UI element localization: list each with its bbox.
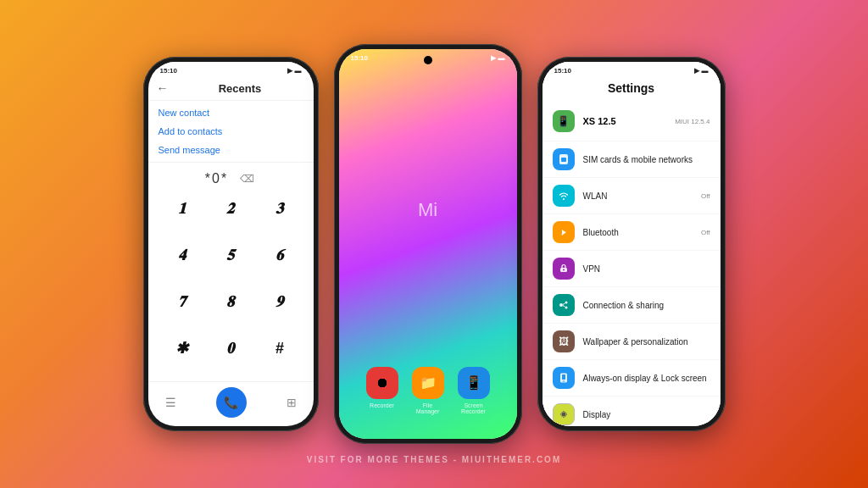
display-title: Display <box>583 409 710 420</box>
phone-settings: 15:10 ▶ ▬ Settings 📱 XS 12.5 M <box>537 57 726 431</box>
key-0[interactable]: 𝟎 <box>207 333 254 363</box>
key-5[interactable]: 𝟓 <box>207 240 254 270</box>
settings-header: Settings <box>542 76 721 102</box>
aod-icon <box>553 367 575 389</box>
grid-icon[interactable]: ⊞ <box>287 396 297 409</box>
svg-rect-1 <box>561 158 566 162</box>
add-to-contacts-link[interactable]: Add to contacts <box>159 126 303 136</box>
status-icons-phone2: ▶ ▬ <box>491 54 505 62</box>
back-button[interactable]: ← <box>157 81 169 95</box>
dial-display: *0* ⌫ <box>148 163 314 190</box>
dialpad: 𝟏 𝟐 𝟑 𝟒 𝟓 𝟔 𝟕 𝟖 𝟗 ✱ 𝟎 # <box>148 190 314 381</box>
settings-item-wlan[interactable]: WLAN Off <box>542 178 721 214</box>
device-name: XS 12.5 <box>583 116 616 126</box>
svg-point-20 <box>565 412 565 413</box>
recents-title: Recents <box>175 82 305 95</box>
backspace-icon[interactable]: ⌫ <box>240 173 256 185</box>
display-text: Display <box>583 409 710 420</box>
svg-point-4 <box>559 303 563 307</box>
settings-screen: 15:10 ▶ ▬ Settings 📱 XS 12.5 M <box>542 62 721 426</box>
settings-item-bluetooth[interactable]: Bluetooth Off <box>542 214 721 251</box>
settings-item-vpn[interactable]: VPN <box>542 251 721 287</box>
call-button[interactable]: 📞 <box>216 387 247 418</box>
wallpaper-text: Wallpaper & personalization <box>583 336 710 347</box>
status-icons-phone3: ▶ ▬ <box>694 67 709 75</box>
bluetooth-title: Bluetooth <box>583 227 693 238</box>
key-6[interactable]: 𝟔 <box>256 240 303 270</box>
status-time-phone1: 15:10 <box>160 67 177 75</box>
svg-point-15 <box>559 413 560 414</box>
device-icon: 📱 <box>553 110 575 132</box>
settings-item-sim[interactable]: SIM cards & mobile networks <box>542 141 721 178</box>
device-info: XS 12.5 MIUI 12.5.4 <box>583 116 710 126</box>
key-7[interactable]: 𝟕 <box>159 286 206 317</box>
wlan-text: WLAN <box>583 191 693 202</box>
key-1[interactable]: 𝟏 <box>159 193 206 224</box>
settings-item-connection[interactable]: Connection & sharing <box>542 287 721 324</box>
wallpaper-icon: 🖼 <box>553 330 575 352</box>
key-hash[interactable]: # <box>256 333 303 363</box>
status-bar-phone3: 15:10 ▶ ▬ <box>542 62 721 76</box>
home-content: Mi <box>339 49 517 439</box>
menu-icon[interactable]: ☰ <box>165 396 176 409</box>
play-icon2: ▶ <box>491 54 496 62</box>
svg-line-8 <box>563 306 565 308</box>
send-message-link[interactable]: Send message <box>159 145 303 155</box>
settings-item-aod[interactable]: Always-on display & Lock screen <box>542 360 721 396</box>
sim-text: SIM cards & mobile networks <box>583 154 710 165</box>
vpn-icon <box>553 258 575 280</box>
svg-rect-11 <box>562 381 565 382</box>
wlan-badge: Off <box>701 192 710 200</box>
settings-item-wallpaper[interactable]: 🖼 Wallpaper & personalization <box>542 324 721 360</box>
wlan-icon <box>553 185 575 207</box>
key-2[interactable]: 𝟐 <box>207 193 254 224</box>
svg-point-13 <box>563 411 564 412</box>
key-star[interactable]: ✱ <box>159 333 206 363</box>
new-contact-link[interactable]: New contact <box>159 108 303 118</box>
wlan-title: WLAN <box>583 191 693 202</box>
svg-point-18 <box>565 415 565 416</box>
svg-point-3 <box>563 269 565 271</box>
phone-bottom-bar: ☰ 📞 ⊞ <box>148 381 314 426</box>
wallpaper-title: Wallpaper & personalization <box>583 336 710 347</box>
vpn-title: VPN <box>583 263 710 274</box>
watermark: VISIT FOR MORE THEMES - MIUITHEMER.COM <box>307 455 561 464</box>
recents-header: ← Recents <box>148 76 314 101</box>
phone-recents: 15:10 ▶ ▬ ← Recents New contact Add to c… <box>143 57 319 431</box>
recents-actions: New contact Add to contacts Send message <box>148 101 314 163</box>
key-8[interactable]: 𝟖 <box>207 286 254 317</box>
svg-point-14 <box>563 417 564 418</box>
bluetooth-icon <box>553 221 575 243</box>
settings-item-display[interactable]: Display <box>542 396 721 426</box>
svg-point-6 <box>565 307 567 309</box>
status-time-phone2: 15:10 <box>351 54 368 62</box>
svg-rect-10 <box>562 374 565 380</box>
mi-label: Mi <box>418 199 437 221</box>
display-icon <box>553 403 575 425</box>
status-icons-phone1: ▶ ▬ <box>287 67 302 75</box>
play-icon: ▶ <box>287 67 292 75</box>
key-3[interactable]: 𝟑 <box>256 193 303 224</box>
svg-point-17 <box>561 412 562 413</box>
svg-line-7 <box>563 303 565 305</box>
vpn-text: VPN <box>583 263 710 274</box>
aod-title: Always-on display & Lock screen <box>583 373 710 384</box>
connection-text: Connection & sharing <box>583 300 710 311</box>
play-icon3: ▶ <box>694 67 699 75</box>
settings-item-device[interactable]: 📱 XS 12.5 MIUI 12.5.4 <box>542 102 721 141</box>
settings-title: Settings <box>608 81 654 95</box>
aod-text: Always-on display & Lock screen <box>583 373 710 384</box>
bluetooth-text: Bluetooth <box>583 227 693 238</box>
connection-icon <box>553 294 575 316</box>
battery-icon3: ▬ <box>702 67 709 75</box>
dial-number: *0* <box>205 171 228 186</box>
settings-list: 📱 XS 12.5 MIUI 12.5.4 <box>542 102 721 426</box>
svg-point-5 <box>565 302 567 304</box>
status-bar-phone1: 15:10 ▶ ▬ <box>148 62 314 76</box>
svg-point-16 <box>565 413 566 414</box>
bluetooth-badge: Off <box>701 229 710 236</box>
key-4[interactable]: 𝟒 <box>159 240 206 270</box>
key-9[interactable]: 𝟗 <box>256 286 303 317</box>
connection-title: Connection & sharing <box>583 300 710 311</box>
miui-version: MIUI 12.5.4 <box>675 118 709 125</box>
